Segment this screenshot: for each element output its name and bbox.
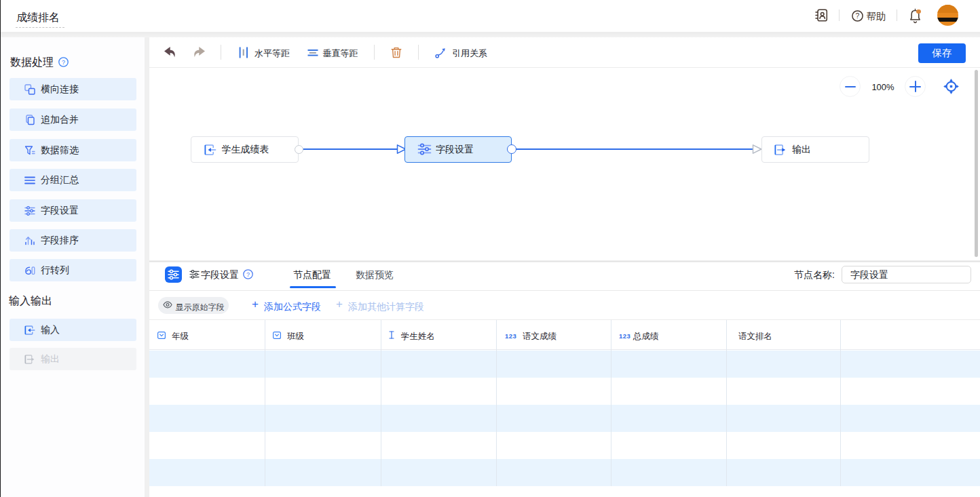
svg-text:?: ? (856, 12, 860, 20)
svg-text:?: ? (246, 271, 250, 278)
svg-text:?: ? (62, 59, 65, 66)
